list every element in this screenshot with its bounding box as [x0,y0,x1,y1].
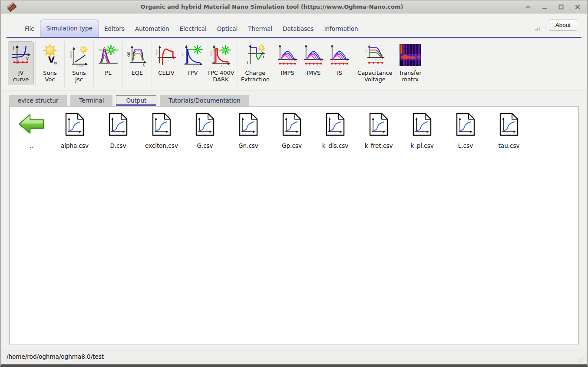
ribbon-button-suns-voc[interactable]: Suns Voc [37,41,63,85]
ribbon-group: CELIVTPVTPC 400V DARK [152,41,238,87]
menu-tab-simulation-type[interactable]: Simulation type [40,20,99,37]
file-label: exciton.csv [145,142,178,149]
maximize-icon[interactable] [558,4,564,10]
file-label: Gp.csv [282,142,302,149]
jv-curve-icon [10,43,32,67]
celiv-icon [155,43,178,67]
ribbon-button-eqe[interactable]: EQE [124,41,150,78]
file-item-alpha-csv[interactable]: alpha.csv [53,111,96,149]
file-icon [65,111,85,138]
menu-tab-file[interactable]: File [20,21,40,37]
view-tab-output[interactable]: Output [116,95,156,106]
file-item-g-csv[interactable]: G.csv [183,111,227,149]
pl-icon [97,43,119,67]
csv-file-icon [195,112,215,137]
menu-tab-databases[interactable]: Databases [277,21,319,37]
charge-extraction-icon [244,43,267,67]
file-icon [282,111,302,138]
ribbon-button-label: CELIV [158,70,174,76]
ribbon-group: Suns Voc [36,41,65,87]
menu-tab-thermal[interactable]: Thermal [243,21,277,37]
status-bar: /home/rod/oghma/oghma8.0/test [1,349,587,364]
file-item-l-csv[interactable]: L.csv [444,111,487,149]
about-button[interactable]: About [549,20,577,31]
transfer-matrix-icon [399,43,422,67]
ribbon-button-celiv[interactable]: CELIV [153,41,179,78]
menu-tab-information[interactable]: Information [319,21,363,37]
menu-tab-electrical[interactable]: Electrical [175,21,212,37]
file-icon [18,111,45,138]
file-label: Gn.csv [238,142,258,149]
ribbon-button-charge-extraction[interactable]: Charge Extraction [239,41,271,85]
csv-file-icon [282,112,302,137]
file-icon [369,111,389,138]
file-item-k-dis-csv[interactable]: k_dis.csv [314,111,357,149]
csv-file-icon [152,112,172,137]
suns-voc-icon [39,43,61,67]
ribbon-button-transfer-matrx[interactable]: Transfer matrx [397,41,423,85]
tpv-icon [181,43,204,67]
ribbon-button-label: IMPS [281,70,294,76]
ribbon-button-jv-curve[interactable]: JV curve [8,41,34,85]
file-item-k-pl-csv[interactable]: k_pl.csv [400,111,444,149]
file-label: k_pl.csv [410,142,434,149]
file-grid: ..alpha.csvD.csvexciton.csvG.csvGn.csvGp… [10,111,578,152]
ribbon-button-label: TPV [187,70,198,76]
file-item-d-csv[interactable]: D.csv [96,111,140,149]
shade-icon[interactable] [525,4,531,10]
csv-file-icon [456,112,476,137]
ribbon-button-tpc-400v-dark[interactable]: TPC 400V DARK [205,41,236,85]
file-label: k_dis.csv [322,142,349,149]
csv-file-icon [369,112,389,137]
menu-tab-optical[interactable]: Optical [212,21,243,37]
menu-tab-bar: FileSimulation typeEditorsAutomationElec… [7,20,581,38]
ribbon-button-tpv[interactable]: TPV [179,41,205,78]
view-tab-terminal[interactable]: Terminal [70,95,112,106]
ribbon-button-imps[interactable]: IMPS [274,41,301,78]
resize-grip-icon[interactable] [577,356,584,362]
ribbon-button-pl[interactable]: PL [95,41,121,78]
close-icon[interactable] [575,4,581,10]
signal-bars-icon [535,26,541,31]
menu-tab-automation[interactable]: Automation [130,21,175,37]
file-item-k-fret-csv[interactable]: k_fret.csv [357,111,400,149]
app-window: Organic and hybrid Material Nano Simulat… [0,0,588,367]
ribbon-button-label: Capacitance Voltage [357,70,392,83]
ribbon-button-imvs[interactable]: IMVS [301,41,327,78]
ribbon-group: Charge Extraction [238,41,273,87]
current-path: /home/rod/oghma/oghma8.0/test [7,353,104,360]
view-tab-evice-structur[interactable]: evice structur [9,95,67,106]
file-item-up[interactable]: .. [10,111,53,149]
title-bar[interactable]: Organic and hybrid Material Nano Simulat… [1,0,587,13]
csv-file-icon [108,112,128,137]
file-label: L.csv [458,142,473,149]
menu-bar: FileSimulation typeEditorsAutomationElec… [1,13,587,38]
minimize-icon[interactable] [542,4,548,10]
file-item-tau-csv[interactable]: tau.csv [487,111,531,149]
file-icon [108,111,128,138]
ribbon-button-label: Suns Voc [43,70,57,83]
menu-tab-editors[interactable]: Editors [99,21,130,37]
ribbon-button-suns-jsc[interactable]: Suns Jsc [66,41,92,85]
file-item-gn-csv[interactable]: Gn.csv [227,111,270,149]
csv-file-icon [65,112,85,137]
ribbon-button-label: Suns Jsc [72,70,86,83]
file-item-gp-csv[interactable]: Gp.csv [270,111,314,149]
ribbon-group: PL [94,41,123,87]
ribbon-button-label: IMVS [307,70,320,76]
file-label: .. [30,142,33,149]
file-label: k_fret.csv [365,142,393,149]
file-icon [195,111,215,138]
file-icon [412,111,432,138]
ribbon-button-is[interactable]: IS [327,41,353,78]
view-tab-tutorials-documentation[interactable]: Tutorials/Documentation [160,95,249,106]
file-item-exciton-csv[interactable]: exciton.csv [140,111,183,149]
suns-jsc-icon [68,43,90,67]
view-tab-bar: evice structurTerminalOutputTutorials/Do… [1,91,587,106]
ribbon-button-capacitance-voltage[interactable]: Capacitance Voltage [356,41,394,85]
capacitance-voltage-icon [363,43,386,67]
csv-file-icon [238,112,258,137]
file-label: G.csv [197,142,213,149]
window-title: Organic and hybrid Material Nano Simulat… [19,3,525,10]
ribbon-button-label: TPC 400V DARK [207,70,235,83]
